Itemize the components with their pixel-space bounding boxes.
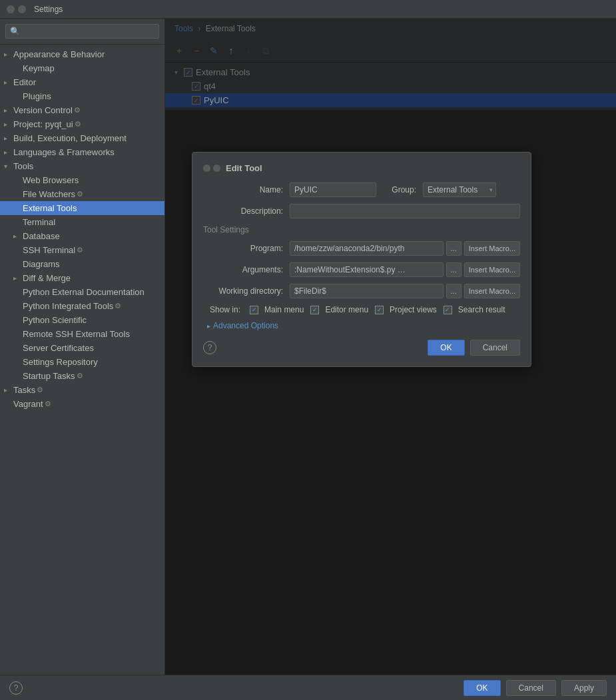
ok-button[interactable]: OK [428, 340, 464, 356]
sidebar-item-label: Tools [13, 161, 33, 171]
bottom-bar: ? OK Cancel Apply [0, 675, 616, 700]
sidebar-item-tools[interactable]: Tools [0, 159, 164, 173]
sidebar-item-terminal[interactable]: Terminal [0, 215, 164, 229]
program-input-group: ... Insert Macro... [290, 241, 520, 256]
sidebar-item-label: File Watchers [23, 189, 75, 199]
sidebar-item-build[interactable]: Build, Execution, Deployment [0, 131, 164, 145]
sidebar-tree: Appearance & Behavior Keymap Editor Plug… [0, 45, 164, 675]
sidebar-item-label: Startup Tasks [23, 371, 75, 381]
advanced-arrow-icon: ▸ [207, 322, 210, 330]
sidebar-item-label: Languages & Frameworks [13, 147, 115, 157]
main-menu-checkbox[interactable] [250, 306, 258, 314]
working-dir-input[interactable] [290, 284, 444, 298]
program-input[interactable] [290, 241, 444, 256]
sidebar-item-ssh-terminal[interactable]: SSH Terminal ⚙ [0, 243, 164, 257]
sidebar-item-vagrant[interactable]: Vagrant ⚙ [0, 397, 164, 411]
sidebar-item-label: Python Integrated Tools [23, 301, 113, 311]
sidebar-item-external-tools[interactable]: External Tools [0, 201, 164, 215]
sidebar-item-label: Tasks [13, 385, 35, 395]
project-views-checkbox[interactable] [375, 306, 384, 314]
sidebar-item-editor[interactable]: Editor [0, 75, 164, 89]
search-input[interactable] [5, 24, 159, 39]
cancel-button[interactable]: Cancel [470, 340, 520, 356]
main-layout: Appearance & Behavior Keymap Editor Plug… [0, 19, 616, 675]
name-group-row: Name: Group: External Tools ▾ [203, 182, 520, 197]
working-dir-macro-button[interactable]: Insert Macro... [464, 284, 520, 298]
sidebar-item-plugins[interactable]: Plugins [0, 89, 164, 103]
description-row: Description: [203, 204, 520, 218]
gear-icon: ⚙ [115, 302, 124, 311]
sidebar-item-label: Server Certificates [23, 343, 94, 353]
sidebar-item-remote-ssh[interactable]: Remote SSH External Tools [0, 327, 164, 341]
description-label: Description: [203, 206, 290, 216]
modal-dot-2 [213, 165, 220, 172]
arguments-row: Arguments: ... Insert Macro... [203, 262, 520, 277]
sidebar-item-tasks[interactable]: Tasks ⚙ [0, 383, 164, 397]
description-input[interactable] [290, 204, 520, 218]
project-views-label: Project views [390, 305, 437, 314]
modal-footer: ? OK Cancel [203, 340, 520, 356]
advanced-options-toggle[interactable]: ▸ Advanced Options [203, 321, 520, 330]
gear-icon: ⚙ [45, 400, 54, 409]
arrow-icon [4, 79, 13, 86]
arguments-input[interactable] [290, 262, 444, 277]
sidebar-item-database[interactable]: Database [0, 229, 164, 243]
sidebar-item-label: Remote SSH External Tools [23, 329, 130, 339]
sidebar-item-startup-tasks[interactable]: Startup Tasks ⚙ [0, 369, 164, 383]
bottom-cancel-button[interactable]: Cancel [506, 680, 556, 696]
arguments-macro-button[interactable]: Insert Macro... [464, 262, 520, 277]
window-controls [7, 5, 26, 13]
sidebar-item-version-control[interactable]: Version Control ⚙ [0, 103, 164, 117]
main-menu-check[interactable]: Main menu [250, 305, 304, 314]
search-result-checkbox[interactable] [444, 306, 452, 314]
sidebar-item-label: Web Browsers [23, 175, 79, 185]
editor-menu-check[interactable]: Editor menu [310, 305, 368, 314]
sidebar-item-label: SSH Terminal [23, 245, 75, 255]
sidebar-item-project[interactable]: Project: pyqt_ui ⚙ [0, 117, 164, 131]
sidebar-item-server-certs[interactable]: Server Certificates [0, 341, 164, 355]
arrow-icon [4, 386, 13, 394]
window-title: Settings [34, 5, 63, 14]
bottom-ok-button[interactable]: OK [463, 680, 500, 696]
working-dir-label: Working directory: [203, 286, 290, 296]
program-macro-button[interactable]: Insert Macro... [464, 241, 520, 256]
gear-icon: ⚙ [37, 386, 46, 395]
bottom-buttons: OK Cancel Apply [463, 680, 607, 696]
sidebar-item-web-browsers[interactable]: Web Browsers [0, 173, 164, 187]
sidebar-item-label: Python External Documentation [23, 287, 145, 297]
show-in-label: Show in: [210, 305, 240, 314]
arrow-icon [4, 163, 13, 170]
sidebar-item-keymap[interactable]: Keymap [0, 61, 164, 75]
search-result-check[interactable]: Search result [444, 305, 505, 314]
editor-menu-checkbox[interactable] [310, 306, 319, 314]
sidebar-item-python-scientific[interactable]: Python Scientific [0, 313, 164, 327]
working-dir-row: Working directory: ... Insert Macro... [203, 284, 520, 298]
sidebar-item-file-watchers[interactable]: File Watchers ⚙ [0, 187, 164, 201]
sidebar-item-python-int-tools[interactable]: Python Integrated Tools ⚙ [0, 299, 164, 313]
close-dot [7, 5, 15, 13]
help-icon[interactable]: ? [203, 341, 216, 354]
name-input[interactable] [290, 182, 376, 197]
gear-icon: ⚙ [74, 106, 83, 115]
sidebar-item-appearance[interactable]: Appearance & Behavior [0, 47, 164, 61]
sidebar-item-languages[interactable]: Languages & Frameworks [0, 145, 164, 159]
bottom-apply-button[interactable]: Apply [561, 680, 607, 696]
sidebar-item-label: Settings Repository [23, 357, 98, 367]
project-views-check[interactable]: Project views [375, 305, 437, 314]
group-select[interactable]: External Tools [423, 182, 496, 197]
program-browse-button[interactable]: ... [446, 241, 462, 256]
working-dir-browse-button[interactable]: ... [446, 284, 462, 298]
program-label: Program: [203, 244, 290, 253]
sidebar-item-diff-merge[interactable]: Diff & Merge [0, 271, 164, 285]
sidebar-item-diagrams[interactable]: Diagrams [0, 257, 164, 271]
arguments-browse-button[interactable]: ... [446, 262, 462, 277]
working-dir-input-group: ... Insert Macro... [290, 284, 520, 298]
content-area: Tools › External Tools + − ✎ ↑ ↓ ⧉ Exter… [165, 19, 616, 675]
bottom-help-icon[interactable]: ? [9, 681, 23, 695]
advanced-options-label: Advanced Options [213, 321, 278, 330]
sidebar-item-python-ext-doc[interactable]: Python External Documentation [0, 285, 164, 299]
sidebar-item-settings-repo[interactable]: Settings Repository [0, 355, 164, 369]
search-bar[interactable] [0, 19, 164, 45]
modal-buttons: OK Cancel [428, 340, 520, 356]
gear-icon: ⚙ [77, 246, 86, 255]
